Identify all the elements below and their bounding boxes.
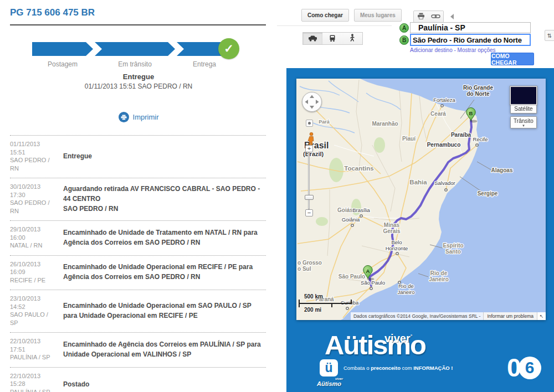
map-label: Goiânia bbox=[342, 216, 360, 223]
map-label: Rio Grandedo Norte bbox=[463, 85, 493, 97]
map-label: Fortaleza bbox=[433, 97, 455, 103]
map-label: Paraíba bbox=[451, 132, 471, 138]
recenter-button[interactable] bbox=[306, 120, 313, 127]
map-label: Goiás bbox=[337, 207, 353, 213]
share-link-button[interactable] bbox=[428, 11, 444, 23]
zoom-slider-track[interactable] bbox=[308, 152, 310, 209]
svg-text:B: B bbox=[469, 110, 473, 116]
zoom-out-button[interactable]: − bbox=[305, 209, 313, 216]
page-number-circle: 6 bbox=[519, 357, 541, 379]
mode-transit-button[interactable] bbox=[322, 32, 343, 45]
tab-como-chegar[interactable]: Como chegar bbox=[301, 9, 349, 22]
progress-step-postagem bbox=[32, 42, 93, 56]
event-description: Postado bbox=[52, 379, 266, 389]
tagline-part: preconceito bbox=[371, 365, 401, 371]
origin-marker-a: A bbox=[399, 23, 409, 33]
event-datetime: 22/10/2013 15:28 PAULÍNIA / SP bbox=[10, 372, 52, 392]
brand-viver-mark: ° bbox=[411, 333, 413, 339]
mode-walking-button[interactable] bbox=[342, 32, 363, 45]
map-label: São Paulo bbox=[338, 274, 365, 280]
delivery-status: Entregue 01/11/2013 15:51 SAO PEDRO / RN bbox=[0, 73, 277, 90]
tracking-events: 01/11/2013 15:51 SAO PEDRO / RNEntregue3… bbox=[10, 135, 266, 392]
event-datetime: 26/10/2013 16:09 RECIFE / PE bbox=[10, 260, 52, 285]
pegman-icon[interactable] bbox=[307, 132, 316, 146]
logo-letter: ü bbox=[325, 360, 332, 375]
progress-label-postagem: Postagem bbox=[32, 60, 93, 68]
map-label: Alagoas bbox=[491, 167, 513, 173]
map-label: MinasGerais bbox=[383, 222, 401, 234]
table-row: 30/10/2013 17:30 SAO PEDRO / RNAguardand… bbox=[10, 178, 266, 220]
map-label: Ceará bbox=[430, 111, 446, 117]
como-chegar-button[interactable]: COMO CHEGAR bbox=[491, 53, 534, 65]
map-label: Piauí bbox=[402, 136, 416, 142]
map-label: Tocantins bbox=[344, 165, 373, 172]
event-description: Encaminhado de Unidade Operacional em RE… bbox=[52, 262, 266, 282]
directions-tabs: Como chegar Meus lugares bbox=[301, 9, 402, 22]
tracking-panel: PG 715 606 475 BR ✓ Postagem Em trânsito… bbox=[0, 0, 277, 392]
map-label: Rio deJaneiro bbox=[397, 283, 414, 295]
print-icon bbox=[417, 12, 425, 22]
collapse-icon[interactable] bbox=[450, 14, 454, 19]
page-number-six: 6 bbox=[525, 358, 535, 377]
traffic-button[interactable]: Trânsito ▾ bbox=[510, 116, 537, 128]
swap-icon: ⇅ bbox=[547, 33, 552, 39]
tracking-code: PG 715 606 475 BR bbox=[10, 7, 266, 25]
report-problem-link[interactable]: Informar um problema bbox=[483, 312, 537, 320]
map-label: Pernambuco bbox=[427, 142, 461, 148]
event-datetime: 22/10/2013 17:51 PAULÍNIA / SP bbox=[10, 337, 52, 362]
map-label: Pará bbox=[319, 119, 330, 125]
dot-icon bbox=[308, 122, 311, 125]
add-destination-link[interactable]: Adicionar destino bbox=[410, 47, 453, 53]
marker-b-letter: B bbox=[402, 37, 406, 43]
origin-input[interactable] bbox=[410, 22, 531, 33]
tab-meus-lugares[interactable]: Meus lugares bbox=[354, 9, 402, 22]
swap-button[interactable]: ⇅ bbox=[545, 30, 554, 41]
map-panel: ParáMaranhãoPiauíCearáFortalezaRio Grand… bbox=[286, 68, 554, 392]
car-icon bbox=[307, 34, 319, 44]
zoom-in-button[interactable]: + bbox=[305, 145, 313, 152]
event-description: Encaminhado de Unidade de Tratamento em … bbox=[52, 228, 266, 247]
footer-tagline: Combata o preconceito com INFORMAÇÃO ! bbox=[343, 365, 453, 371]
satellite-control[interactable]: Satélite bbox=[510, 86, 537, 114]
table-row: 23/10/2013 14:52 SAO PAULO / SPEncaminha… bbox=[10, 290, 266, 332]
map-label: Sergipe bbox=[478, 190, 498, 197]
satellite-label: Satélite bbox=[510, 105, 537, 114]
map-viewport[interactable]: ParáMaranhãoPiauíCearáFortalezaRio Grand… bbox=[296, 79, 546, 320]
print-map-button[interactable] bbox=[413, 11, 429, 23]
status-detail: 01/11/2013 15:51 SAO PEDRO / RN bbox=[0, 82, 277, 90]
map-label: Maranhão bbox=[372, 121, 398, 127]
satellite-thumbnail[interactable] bbox=[510, 86, 537, 105]
chevron-down-icon: ▾ bbox=[511, 124, 536, 127]
tagline-part: INFORMAÇÃO ! bbox=[413, 365, 453, 371]
destination-input[interactable] bbox=[410, 34, 531, 46]
event-datetime: 01/11/2013 15:51 SAO PEDRO / RN bbox=[10, 140, 52, 172]
destination-marker-b: B bbox=[399, 35, 409, 45]
event-datetime: 30/10/2013 17:30 SAO PEDRO / RN bbox=[10, 183, 52, 215]
map-label: Recife bbox=[473, 136, 488, 142]
progress-step-transito bbox=[95, 42, 175, 56]
pan-control[interactable] bbox=[301, 91, 322, 112]
mode-driving-button[interactable] bbox=[302, 32, 323, 45]
logo-subtitle: viver Aütismo bbox=[309, 377, 350, 387]
map-label: Brasília bbox=[352, 207, 370, 213]
link-icon bbox=[431, 12, 440, 22]
links-separator: - bbox=[453, 47, 458, 53]
show-options-link[interactable]: Mostrar opções bbox=[458, 47, 496, 53]
event-description: Encaminhado de Agência dos Correios em P… bbox=[52, 339, 266, 359]
directions-links: Adicionar destino - Mostrar opções bbox=[410, 47, 496, 53]
page-number: 0 6 bbox=[507, 355, 541, 380]
svg-text:A: A bbox=[366, 268, 370, 274]
tagline-part: Combata o bbox=[343, 365, 371, 371]
event-datetime: 23/10/2013 14:52 SAO PAULO / SP bbox=[10, 295, 52, 327]
attribution-text: Dados cartográficos ©2014 Google, Inav/G… bbox=[351, 312, 483, 320]
tagline-part: com bbox=[401, 365, 413, 371]
brand-viver: viver° bbox=[384, 332, 412, 345]
zoom-slider-handle[interactable] bbox=[305, 195, 314, 200]
progress-label-transito: Em trânsito bbox=[95, 60, 175, 68]
expand-arrow-icon[interactable]: ↖ bbox=[537, 312, 546, 320]
autismo-logo: ü bbox=[320, 359, 338, 376]
table-row: 22/10/2013 15:28 PAULÍNIA / SPPostado bbox=[10, 367, 266, 392]
print-button[interactable]: Imprimir bbox=[0, 112, 277, 122]
event-description: Aguardando retirada AV FRANCISCO CABRAL … bbox=[52, 184, 266, 214]
check-icon: ✓ bbox=[218, 38, 239, 59]
